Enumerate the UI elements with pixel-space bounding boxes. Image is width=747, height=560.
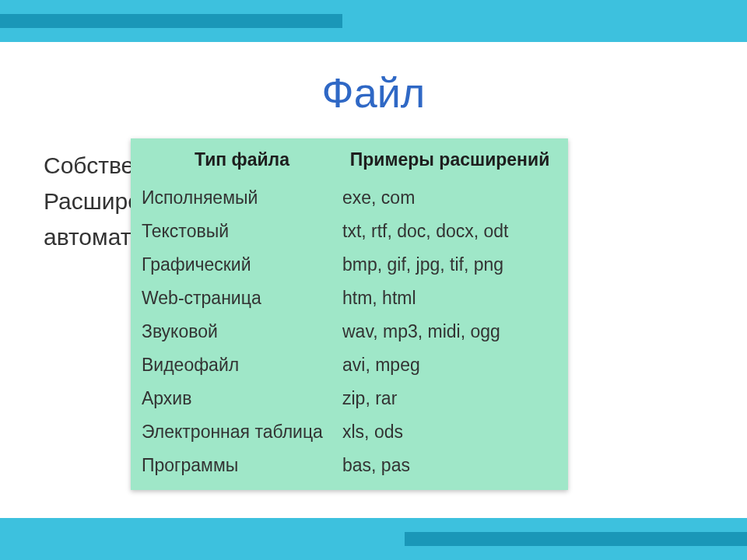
table-cell: xls, ods	[342, 418, 557, 446]
decorative-top-band	[0, 0, 747, 42]
table-cell: Программы	[142, 452, 342, 479]
table-cell: Видеофайл	[142, 352, 342, 379]
table-cell: bmp, gif, jpg, tif, png	[342, 251, 557, 278]
table-cell: Архив	[142, 385, 342, 412]
table-cell: htm, html	[342, 285, 557, 312]
slide-title: Файл	[0, 68, 747, 117]
table-header-type: Тип файла	[142, 146, 342, 178]
table-cell: Web-страница	[142, 285, 342, 312]
table-cell: Электронная таблица	[142, 418, 342, 446]
table-cell: exe, com	[342, 184, 557, 212]
table-cell: Звуковой	[142, 318, 342, 345]
table-cell: Текстовый	[142, 218, 342, 245]
decorative-bottom-band	[0, 518, 747, 560]
table-cell: avi, mpeg	[342, 352, 557, 379]
extensions-table: Тип файла Примеры расширений Исполняемый…	[131, 138, 568, 490]
table-cell: zip, rar	[342, 385, 557, 412]
table-cell: Графический	[142, 251, 342, 278]
table-cell: bas, pas	[342, 452, 557, 479]
table-cell: txt, rtf, doc, docx, odt	[342, 218, 557, 245]
table-cell: wav, mp3, midi, ogg	[342, 318, 557, 345]
table-cell: Исполняемый	[142, 184, 342, 212]
table-header-ext: Примеры расширений	[342, 146, 557, 178]
